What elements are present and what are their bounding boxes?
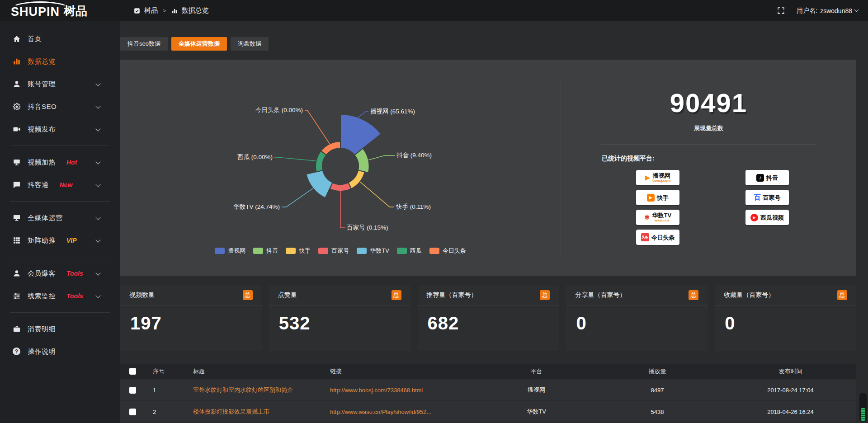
platform-badge-快手: 快手: [636, 190, 679, 205]
sidebar-item-label: 全媒体运营: [28, 214, 63, 222]
user-menu[interactable]: 用户名: zswodun88: [797, 7, 858, 15]
pie-label-西瓜: 西瓜 (0.00%): [237, 154, 273, 160]
stat-card-title: 收藏量（百家号）: [724, 291, 774, 299]
platform-badge-西瓜视频: 西瓜视频: [745, 210, 789, 225]
sidebar-item-首页[interactable]: 首页: [0, 28, 120, 50]
stat-card-value: 682: [418, 306, 559, 334]
platform-badge-text: 华数TVwasu.cn: [652, 212, 671, 222]
pie-slice-百家号[interactable]: [330, 183, 351, 191]
row-checkbox-cell: [120, 387, 145, 394]
select-all-checkbox[interactable]: [129, 368, 136, 375]
video-title-link[interactable]: 室外水纹灯和室内水纹灯的区别和简介: [193, 386, 293, 393]
pie-label-line: [282, 188, 313, 207]
platform-badge-text: 百家号: [763, 195, 781, 201]
legend-label: 快手: [299, 247, 311, 255]
app-logo: SHUPIN 树品: [11, 3, 87, 19]
platform-badge-抖音: 抖音: [745, 170, 789, 185]
row-checkbox-cell: [120, 409, 145, 415]
column-header: 平台: [483, 367, 590, 376]
total-impressions-label: 展现量总数: [561, 124, 856, 132]
legend-item-今日头条[interactable]: 今日头条: [429, 247, 466, 255]
video-url-link[interactable]: http://www.wasu.cn/Play/show/id/952...: [330, 409, 431, 415]
stat-card-收藏量（百家号）: 收藏量（百家号）总0: [715, 285, 856, 351]
sidebar: 首页数据总览账号管理抖音SEO视频发布视频加热Hot抖客通New全媒体运营矩阵助…: [0, 21, 120, 423]
stat-card-header: 收藏量（百家号）总: [715, 285, 856, 306]
legend-item-播视网[interactable]: 播视网: [215, 247, 245, 255]
sidebar-item-消费明细[interactable]: 消费明细: [0, 318, 120, 340]
wasu-logo-icon: [644, 213, 650, 221]
pie-label-百家号: 百家号 (0.15%): [347, 224, 388, 231]
sidebar-item-视频加热[interactable]: 视频加热Hot: [0, 151, 120, 174]
video-icon: [13, 125, 21, 133]
stat-card-title: 推荐量（百家号）: [427, 291, 477, 299]
cell-plays: 8497: [590, 387, 725, 394]
platform-name: 西瓜视频: [760, 215, 784, 221]
tab-抖音seo数据[interactable]: 抖音seo数据: [120, 37, 168, 51]
row-checkbox[interactable]: [129, 387, 136, 394]
platform-badge-百家号: 百家号: [745, 190, 789, 205]
stat-card-视频数量: 视频数量总197: [120, 285, 262, 351]
stat-cards-row: 视频数量总197点赞量总532推荐量（百家号）总682分享量（百家号）总0收藏量…: [120, 285, 856, 351]
pie-slice-快手[interactable]: [348, 170, 364, 189]
cell-link: http://www.wasu.cn/Play/show/id/952...: [324, 409, 483, 415]
video-title-link[interactable]: 楼体投影灯投影效果震撼上市: [193, 408, 269, 415]
table-row: 1室外水纹灯和室内水纹灯的区别和简介http://www.boosj.com/7…: [120, 380, 856, 400]
row-checkbox[interactable]: [129, 409, 136, 415]
stat-card-header: 分享量（百家号）总: [566, 285, 708, 306]
pie-slice-华数TV[interactable]: [306, 170, 332, 198]
summary-divider: [601, 144, 816, 145]
legend-item-西瓜[interactable]: 西瓜: [397, 247, 422, 255]
fullscreen-icon[interactable]: [777, 7, 785, 14]
sidebar-item-账号管理[interactable]: 账号管理: [0, 73, 120, 95]
platform-name: 快手: [657, 195, 669, 201]
breadcrumb-home[interactable]: 树品: [144, 6, 158, 15]
chevron-down-icon: [95, 81, 100, 86]
videos-table: 序号标题链接平台播放量发布时间1室外水纹灯和室内水纹灯的区别和简介http://…: [120, 364, 856, 423]
breadcrumb-current[interactable]: 数据总览: [182, 6, 209, 15]
platform-subtext: wasu.cn: [652, 218, 671, 222]
sidebar-item-会员爆客[interactable]: 会员爆客Tools: [0, 262, 120, 285]
legend-item-百家号[interactable]: 百家号: [318, 247, 349, 255]
column-header: 发布时间: [725, 367, 856, 376]
sidebar-item-操作说明[interactable]: ?操作说明: [0, 340, 120, 363]
sidebar-item-label: 操作说明: [28, 348, 56, 356]
sidebar-item-抖音SEO[interactable]: 抖音SEO: [0, 95, 120, 118]
pie-label-line: [358, 112, 368, 118]
total-badge: 总: [243, 290, 253, 300]
pie-label-line: [368, 155, 395, 160]
stat-card-分享量（百家号）: 分享量（百家号）总0: [566, 285, 708, 351]
question-icon: ?: [13, 348, 21, 356]
stat-card-value: 197: [120, 306, 262, 334]
chevron-down-icon: [854, 8, 859, 12]
legend-item-快手[interactable]: 快手: [286, 247, 311, 255]
sidebar-item-视频发布[interactable]: 视频发布: [0, 118, 120, 141]
sidebar-item-线索监控[interactable]: 线索监控Tools: [0, 285, 120, 307]
tab-全媒体运营数据[interactable]: 全媒体运营数据: [171, 37, 227, 51]
sidebar-item-label: 首页: [28, 35, 42, 43]
legend-label: 抖音: [266, 247, 278, 255]
scrollbar-thumb[interactable]: [861, 408, 865, 421]
table-row: 2楼体投影灯投影效果震撼上市http://www.wasu.cn/Play/sh…: [120, 401, 856, 422]
sidebar-item-全媒体运营[interactable]: 全媒体运营: [0, 207, 120, 229]
legend-item-华数TV[interactable]: 华数TV: [357, 247, 389, 255]
pie-slice-今日头条[interactable]: [321, 141, 340, 155]
legend-item-抖音[interactable]: 抖音: [253, 247, 278, 255]
column-header: 播放量: [590, 367, 725, 376]
sidebar-item-抖客通[interactable]: 抖客通New: [0, 174, 120, 196]
stat-card-title: 分享量（百家号）: [575, 291, 626, 299]
total-badge: 总: [392, 290, 401, 300]
sidebar-item-tag: Tools: [66, 270, 83, 277]
pie-slice-播视网[interactable]: [340, 114, 381, 155]
chat-icon: [13, 181, 21, 189]
sidebar-item-数据总览[interactable]: 数据总览: [0, 50, 120, 73]
chart-legend: 播视网抖音快手百家号华数TV西瓜今日头条: [120, 247, 561, 255]
platform-badge-text: 西瓜视频: [760, 215, 784, 221]
video-url-link[interactable]: http://www.boosj.com/7338468.html: [330, 387, 423, 394]
douyin-logo-icon: [756, 174, 764, 182]
boosj-logo-icon: [645, 174, 651, 182]
chevron-down-icon: [95, 237, 100, 242]
legend-label: 播视网: [228, 247, 245, 255]
tab-询盘数据[interactable]: 询盘数据: [231, 37, 269, 51]
chevron-down-icon: [95, 103, 100, 108]
sidebar-item-矩阵助推[interactable]: 矩阵助推VIP: [0, 229, 120, 252]
